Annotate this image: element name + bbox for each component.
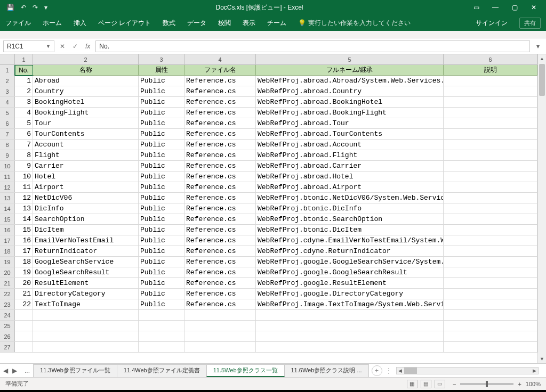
cell[interactable]: 9 xyxy=(15,161,33,171)
vertical-scrollbar[interactable]: ▲ ▼ xyxy=(537,54,546,363)
cell[interactable]: WebRefProj.abroad.Account xyxy=(256,140,444,150)
cell[interactable] xyxy=(444,246,537,256)
cell[interactable]: 2 xyxy=(15,86,33,96)
sign-in[interactable]: サインイン xyxy=(476,19,508,28)
cell[interactable] xyxy=(33,342,139,352)
cell[interactable]: WebRefProj.abroad.TourContents xyxy=(256,129,444,139)
cell[interactable] xyxy=(256,310,444,320)
cell[interactable]: WebRefProj.abroad.BookingFlight xyxy=(256,108,444,118)
cell[interactable] xyxy=(444,342,537,352)
cell[interactable]: BookingFlight xyxy=(33,108,139,118)
row-header[interactable]: 8 xyxy=(0,140,15,150)
cell[interactable]: 14 xyxy=(15,214,33,224)
cell[interactable]: BookingHotel xyxy=(33,97,139,107)
cell[interactable] xyxy=(256,342,444,352)
row-header[interactable]: 19 xyxy=(0,257,15,267)
cell[interactable]: 19 xyxy=(15,267,33,277)
cell[interactable]: SearchOption xyxy=(33,214,139,224)
cell[interactable]: 20 xyxy=(15,278,33,288)
cell[interactable]: Reference.cs xyxy=(184,267,256,277)
cell[interactable]: Public xyxy=(139,76,184,86)
cell[interactable]: Public xyxy=(139,140,184,150)
cell[interactable]: 名称 xyxy=(33,65,139,76)
col-header[interactable]: 3 xyxy=(139,54,184,64)
cell[interactable]: Reference.cs xyxy=(184,278,256,288)
cell[interactable]: Public xyxy=(139,150,184,160)
sheet-nav-prev-icon[interactable]: ◀ xyxy=(3,367,8,374)
cell[interactable]: 7 xyxy=(15,140,33,150)
col-header[interactable]: 5 xyxy=(256,54,444,64)
sheet-nav-next-icon[interactable]: ▶ xyxy=(12,367,17,374)
cell[interactable] xyxy=(444,214,537,224)
row-header[interactable]: 9 xyxy=(0,150,15,160)
select-all-corner[interactable] xyxy=(0,54,15,64)
cell[interactable]: WebRefProj.abroad.Flight xyxy=(256,150,444,160)
save-icon[interactable]: 💾 xyxy=(6,4,14,11)
tab-insert[interactable]: 挿入 xyxy=(74,19,86,28)
ribbon-options-icon[interactable]: ▭ xyxy=(471,4,481,11)
cell[interactable] xyxy=(33,321,139,331)
cell[interactable] xyxy=(444,76,537,86)
cell[interactable] xyxy=(184,310,256,320)
minimize-icon[interactable]: — xyxy=(491,4,500,11)
cell[interactable]: EmailVerNoTestEmail xyxy=(33,235,139,246)
cell[interactable]: Reference.cs xyxy=(184,129,256,139)
zoom-in-button[interactable]: + xyxy=(518,381,521,387)
cell[interactable]: Account xyxy=(33,140,139,150)
cell[interactable] xyxy=(444,150,537,160)
cell[interactable] xyxy=(15,331,33,341)
cell[interactable]: Reference.cs xyxy=(184,118,256,128)
cell[interactable]: Country xyxy=(33,86,139,96)
row-header[interactable]: 13 xyxy=(0,193,15,203)
cell[interactable]: Public xyxy=(139,299,184,309)
cell[interactable]: 8 xyxy=(15,150,33,160)
cell[interactable] xyxy=(444,203,537,214)
cell[interactable]: WebRefProj.google.GoogleSearchService/Sy… xyxy=(256,257,444,267)
cell[interactable] xyxy=(444,310,537,320)
cell[interactable] xyxy=(139,310,184,320)
close-icon[interactable]: ✕ xyxy=(529,4,539,11)
zoom-level[interactable]: 100% xyxy=(526,381,541,387)
tab-review[interactable]: 校閲 xyxy=(218,19,231,28)
sheet-tab[interactable]: 11.3Web参照ファイル一覧 xyxy=(33,364,117,377)
cell[interactable]: Public xyxy=(139,172,184,182)
cell[interactable]: 5 xyxy=(15,118,33,128)
cell[interactable]: 15 xyxy=(15,225,33,235)
cell[interactable]: WebRefProj.abroad.Hotel xyxy=(256,172,444,182)
cell[interactable] xyxy=(15,342,33,352)
cell[interactable]: WebRefProj.btonic.SearchOption xyxy=(256,214,444,224)
col-header[interactable]: 4 xyxy=(184,54,256,64)
cell[interactable] xyxy=(444,86,537,96)
cell[interactable] xyxy=(444,321,537,331)
expand-formula-icon[interactable]: ▾ xyxy=(533,43,543,50)
cell[interactable] xyxy=(444,161,537,171)
cell[interactable]: WebRefProj.google.ResultElement xyxy=(256,278,444,288)
cell[interactable]: ResultElement xyxy=(33,278,139,288)
cell[interactable]: Reference.cs xyxy=(184,289,256,299)
cell[interactable]: 6 xyxy=(15,129,33,139)
cell[interactable]: 22 xyxy=(15,299,33,309)
scroll-up-icon[interactable]: ▲ xyxy=(538,54,546,63)
row-header[interactable]: 7 xyxy=(0,129,15,139)
cell[interactable]: フルネーム/継承 xyxy=(256,65,444,76)
row-header[interactable]: 3 xyxy=(0,86,15,96)
scroll-thumb[interactable] xyxy=(539,64,545,96)
tab-page-layout[interactable]: ページ レイアウト xyxy=(98,19,151,28)
cell[interactable]: Airport xyxy=(33,182,139,192)
enter-icon[interactable]: ✓ xyxy=(70,43,80,50)
cell[interactable] xyxy=(444,97,537,107)
row-header[interactable]: 1 xyxy=(0,65,15,76)
cell[interactable]: Public xyxy=(139,235,184,246)
view-normal-icon[interactable]: ▦ xyxy=(407,380,417,388)
cell[interactable] xyxy=(444,140,537,150)
cell[interactable] xyxy=(33,331,139,341)
cell[interactable]: 18 xyxy=(15,257,33,267)
row-header[interactable]: 18 xyxy=(0,246,15,256)
row-header[interactable]: 27 xyxy=(0,342,15,352)
cell[interactable]: TourContents xyxy=(33,129,139,139)
cell[interactable]: Reference.cs xyxy=(184,235,256,246)
sheet-tab[interactable]: 11.4Web参照ファイル定義書 xyxy=(117,364,207,377)
cell[interactable]: Public xyxy=(139,129,184,139)
cell[interactable]: WebRefProj.abroad.BookingHotel xyxy=(256,97,444,107)
cell[interactable]: Hotel xyxy=(33,172,139,182)
